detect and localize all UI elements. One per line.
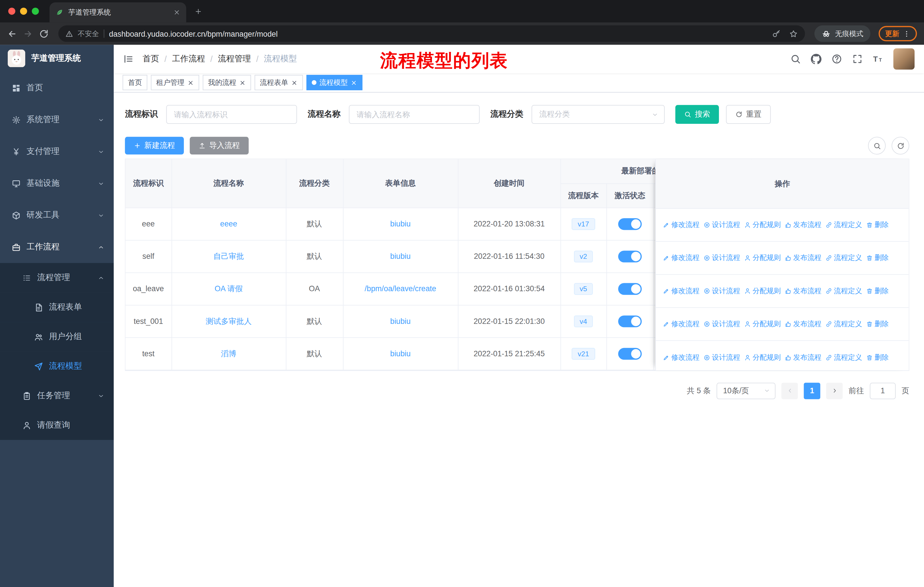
sidebar-item-payment-management[interactable]: 支付管理 — [0, 136, 114, 167]
tab-close-icon[interactable] — [291, 79, 298, 86]
tab-close-icon[interactable] — [351, 79, 357, 86]
goto-page-input[interactable] — [870, 382, 896, 399]
sidebar-item-system-management[interactable]: 系统管理 — [0, 104, 114, 136]
action-definition[interactable]: 流程定义 — [825, 286, 862, 296]
sidebar-collapse-icon[interactable] — [123, 54, 134, 64]
back-icon[interactable] — [7, 29, 17, 39]
active-toggle[interactable] — [618, 348, 642, 359]
page-tab-process-model[interactable]: 流程模型 — [307, 75, 362, 90]
sidebar-item-process-model[interactable]: 流程模型 — [0, 351, 114, 381]
action-definition[interactable]: 流程定义 — [825, 253, 862, 263]
page-tab-my-process[interactable]: 我的流程 — [203, 75, 251, 90]
action-publish[interactable]: 发布流程 — [785, 220, 822, 230]
tab-close-icon[interactable] — [239, 79, 246, 86]
page-tab-home[interactable]: 首页 — [122, 75, 147, 90]
action-delete[interactable]: 删除 — [866, 220, 888, 230]
action-design[interactable]: 设计流程 — [704, 286, 741, 296]
action-assign-rules[interactable]: 分配规则 — [744, 319, 781, 329]
search-button[interactable]: 搜索 — [675, 105, 719, 124]
next-page-button[interactable] — [826, 382, 843, 399]
process-name-link[interactable]: 自己审批 — [213, 251, 244, 260]
address-bar[interactable]: 不安全 dashboard.yudao.iocoder.cn/bpm/manag… — [58, 25, 805, 42]
tab-close-icon[interactable] — [173, 9, 180, 16]
action-publish[interactable]: 发布流程 — [785, 319, 822, 329]
create-process-button[interactable]: 新建流程 — [125, 137, 184, 154]
action-design[interactable]: 设计流程 — [704, 319, 741, 329]
github-icon[interactable] — [811, 54, 822, 64]
window-minimize-button[interactable] — [20, 8, 27, 15]
process-name-link[interactable]: eeee — [220, 219, 238, 228]
browser-tab[interactable]: 芋道管理系统 — [50, 2, 186, 22]
page-tab-process-form[interactable]: 流程表单 — [255, 75, 303, 90]
prev-page-button[interactable] — [781, 382, 798, 399]
active-toggle[interactable] — [618, 250, 642, 262]
action-assign-rules[interactable]: 分配规则 — [744, 286, 781, 296]
page-tab-tenant-management[interactable]: 租户管理 — [151, 75, 200, 90]
action-modify[interactable]: 修改流程 — [663, 253, 700, 263]
process-name-link[interactable]: OA 请假 — [214, 284, 243, 293]
action-delete[interactable]: 删除 — [866, 319, 888, 329]
breadcrumb-item-1[interactable]: 工作流程 — [172, 54, 205, 64]
action-design[interactable]: 设计流程 — [704, 220, 741, 230]
action-publish[interactable]: 发布流程 — [785, 253, 822, 263]
new-tab-button[interactable] — [195, 7, 202, 15]
forward-icon[interactable] — [23, 29, 33, 39]
category-select[interactable]: 流程分类 — [531, 105, 665, 124]
page-size-select[interactable]: 10条/页 — [717, 382, 776, 399]
form-link[interactable]: biubiu — [390, 219, 411, 228]
user-avatar[interactable] — [893, 48, 914, 69]
action-definition[interactable]: 流程定义 — [825, 319, 862, 329]
breadcrumb-item-2[interactable]: 流程管理 — [218, 54, 251, 64]
toggle-search-button[interactable] — [868, 137, 886, 154]
action-delete[interactable]: 删除 — [866, 352, 888, 362]
form-link[interactable]: biubiu — [390, 317, 411, 326]
action-modify[interactable]: 修改流程 — [663, 319, 700, 329]
action-modify[interactable]: 修改流程 — [663, 352, 700, 362]
tab-close-icon[interactable] — [187, 79, 194, 86]
sidebar-item-infrastructure[interactable]: 基础设施 — [0, 167, 114, 199]
search-icon[interactable] — [790, 54, 801, 64]
process-key-input[interactable] — [166, 105, 297, 124]
form-link[interactable]: biubiu — [390, 349, 411, 358]
reset-button[interactable]: 重置 — [726, 105, 771, 124]
action-publish[interactable]: 发布流程 — [785, 352, 822, 362]
update-button[interactable]: 更新 — [879, 26, 917, 41]
form-link[interactable]: biubiu — [390, 252, 411, 261]
breadcrumb-item-0[interactable]: 首页 — [143, 54, 159, 64]
sidebar-item-process-form[interactable]: 流程表单 — [0, 293, 114, 322]
action-modify[interactable]: 修改流程 — [663, 220, 700, 230]
reload-icon[interactable] — [39, 29, 49, 39]
action-assign-rules[interactable]: 分配规则 — [744, 253, 781, 263]
active-toggle[interactable] — [618, 218, 642, 230]
action-delete[interactable]: 删除 — [866, 253, 888, 263]
sidebar-item-home[interactable]: 首页 — [0, 72, 114, 104]
sidebar-item-leave-query[interactable]: 请假查询 — [0, 410, 114, 440]
process-name-link[interactable]: 测试多审批人 — [206, 316, 251, 325]
sidebar-item-user-group[interactable]: 用户分组 — [0, 322, 114, 351]
page-number-1[interactable]: 1 — [804, 382, 820, 399]
active-toggle[interactable] — [618, 315, 642, 327]
sidebar-item-workflow[interactable]: 工作流程 — [0, 231, 114, 263]
fullscreen-icon[interactable] — [852, 54, 863, 64]
action-delete[interactable]: 删除 — [866, 286, 888, 296]
action-assign-rules[interactable]: 分配规则 — [744, 352, 781, 362]
help-icon[interactable] — [832, 54, 842, 64]
sidebar-item-dev-tools[interactable]: 研发工具 — [0, 199, 114, 231]
form-link[interactable]: /bpm/oa/leave/create — [365, 284, 436, 293]
sidebar-item-task-management[interactable]: 任务管理 — [0, 381, 114, 410]
password-key-icon[interactable] — [772, 29, 781, 38]
action-definition[interactable]: 流程定义 — [825, 352, 862, 362]
bookmark-star-icon[interactable] — [789, 29, 798, 38]
sidebar-item-process-management[interactable]: 流程管理 — [0, 263, 114, 293]
action-definition[interactable]: 流程定义 — [825, 220, 862, 230]
window-close-button[interactable] — [8, 8, 15, 15]
action-publish[interactable]: 发布流程 — [785, 286, 822, 296]
action-assign-rules[interactable]: 分配规则 — [744, 220, 781, 230]
action-design[interactable]: 设计流程 — [704, 253, 741, 263]
process-name-input[interactable] — [349, 105, 480, 124]
action-modify[interactable]: 修改流程 — [663, 286, 700, 296]
action-design[interactable]: 设计流程 — [704, 352, 741, 362]
refresh-table-button[interactable] — [892, 137, 909, 154]
active-toggle[interactable] — [618, 283, 642, 294]
font-size-icon[interactable]: TT — [873, 54, 883, 64]
